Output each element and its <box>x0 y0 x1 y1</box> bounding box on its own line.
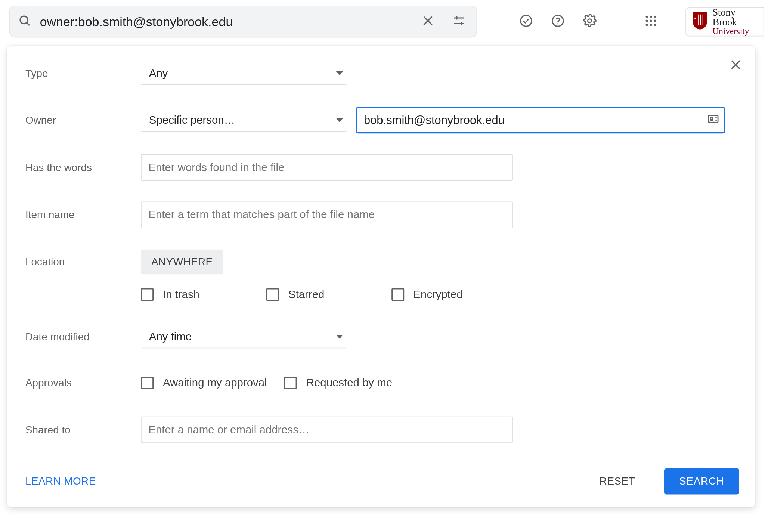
check-circle-icon <box>519 14 533 30</box>
location-label: Location <box>25 256 141 267</box>
reset-button[interactable]: RESET <box>587 468 648 495</box>
location-checkboxes: In trash Starred Encrypted <box>141 288 739 301</box>
close-icon <box>421 14 435 30</box>
close-icon <box>729 58 743 73</box>
checkbox-icon <box>284 377 297 389</box>
item-name-input[interactable] <box>141 202 513 228</box>
help-icon <box>551 14 565 30</box>
encrypted-label: Encrypted <box>413 288 462 301</box>
starred-checkbox[interactable]: Starred <box>266 288 324 301</box>
shared-to-label: Shared to <box>25 424 141 436</box>
requested-by-me-checkbox[interactable]: Requested by me <box>284 377 392 389</box>
owner-person-input[interactable] <box>364 114 707 127</box>
svg-point-14 <box>653 16 656 18</box>
has-words-label: Has the words <box>25 161 141 173</box>
apps-grid-icon <box>644 14 657 30</box>
support-button[interactable] <box>547 10 569 33</box>
location-chip[interactable]: ANYWHERE <box>141 249 223 274</box>
has-words-input[interactable] <box>141 154 513 181</box>
svg-point-0 <box>20 16 28 24</box>
search-button[interactable]: SEARCH <box>664 468 739 495</box>
svg-point-20 <box>653 24 656 26</box>
owner-value: Specific person… <box>149 114 235 126</box>
owner-select[interactable]: Specific person… <box>141 109 346 131</box>
close-panel-button[interactable] <box>724 54 747 77</box>
type-label: Type <box>25 67 141 79</box>
svg-point-29 <box>710 117 713 120</box>
chevron-down-icon <box>336 118 343 122</box>
learn-more-link[interactable]: LEARN MORE <box>25 475 96 487</box>
svg-point-13 <box>650 16 652 18</box>
offline-ready-button[interactable] <box>515 10 537 33</box>
date-modified-select[interactable]: Any time <box>141 325 346 348</box>
svg-point-11 <box>588 19 592 23</box>
svg-point-15 <box>645 20 648 22</box>
svg-point-16 <box>650 20 652 22</box>
tune-icon <box>452 14 466 30</box>
svg-line-1 <box>27 22 29 25</box>
awaiting-approval-checkbox[interactable]: Awaiting my approval <box>141 377 267 389</box>
search-options-button[interactable] <box>447 10 471 33</box>
checkbox-icon <box>141 377 154 389</box>
brand-badge: Stony Brook University <box>685 7 764 36</box>
contact-card-icon[interactable] <box>707 112 719 127</box>
apps-button[interactable] <box>640 10 662 33</box>
svg-point-18 <box>645 24 648 26</box>
checkbox-icon <box>266 288 279 301</box>
date-modified-value: Any time <box>149 330 192 342</box>
chevron-down-icon <box>336 334 343 338</box>
panel-footer: LEARN MORE RESET SEARCH <box>25 468 739 495</box>
type-select[interactable]: Any <box>141 62 346 84</box>
search-bar <box>9 6 477 37</box>
chevron-down-icon <box>336 71 343 75</box>
advanced-search-panel: Type Any Owner Specific person… Has the … <box>7 46 756 507</box>
awaiting-approval-label: Awaiting my approval <box>163 377 267 389</box>
top-right-icons: Stony Brook University <box>515 7 765 36</box>
svg-point-12 <box>645 16 648 18</box>
checkbox-icon <box>141 288 154 301</box>
date-modified-label: Date modified <box>25 331 141 343</box>
search-icon <box>18 13 32 30</box>
settings-button[interactable] <box>579 10 601 33</box>
shield-icon <box>692 11 708 33</box>
type-value: Any <box>149 67 168 79</box>
in-trash-label: In trash <box>163 288 199 301</box>
clear-search-button[interactable] <box>416 10 440 33</box>
shared-to-input[interactable] <box>141 417 513 443</box>
svg-point-17 <box>653 20 656 22</box>
brand-line2: University <box>712 27 758 36</box>
top-bar: Stony Brook University <box>0 0 765 43</box>
gear-icon <box>583 14 597 30</box>
svg-point-25 <box>694 18 696 19</box>
owner-person-field[interactable] <box>356 107 725 133</box>
owner-label: Owner <box>25 114 141 126</box>
svg-point-8 <box>520 15 531 26</box>
encrypted-checkbox[interactable]: Encrypted <box>391 288 463 301</box>
in-trash-checkbox[interactable]: In trash <box>141 288 199 301</box>
search-input[interactable] <box>40 14 408 29</box>
svg-point-19 <box>650 24 652 26</box>
starred-label: Starred <box>288 288 324 301</box>
approvals-label: Approvals <box>25 377 141 389</box>
item-name-label: Item name <box>25 209 141 221</box>
svg-point-10 <box>557 23 558 24</box>
brand-line1: Stony Brook <box>712 7 758 27</box>
checkbox-icon <box>391 288 404 301</box>
requested-by-me-label: Requested by me <box>306 377 392 389</box>
